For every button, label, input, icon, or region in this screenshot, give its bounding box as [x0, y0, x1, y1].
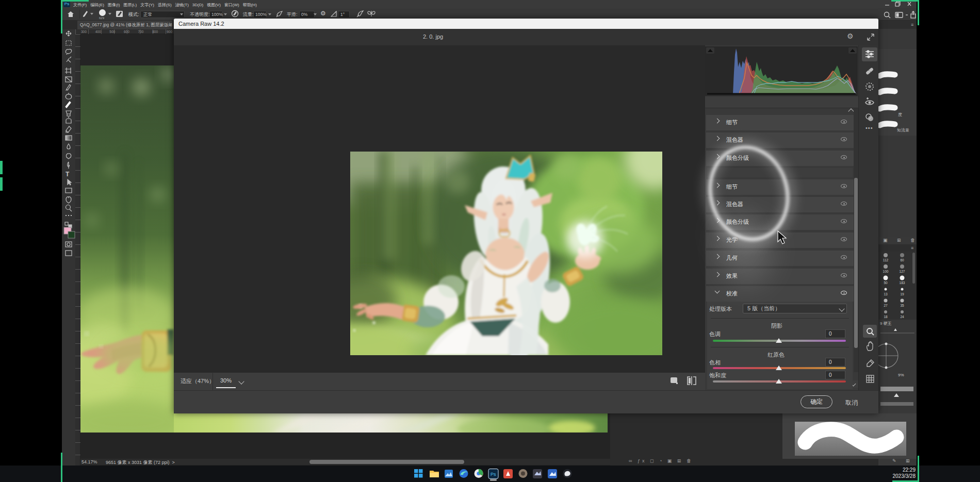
- svg-text:9%: 9%: [898, 373, 904, 377]
- svg-text:60: 60: [900, 258, 904, 262]
- svg-text:Ps: Ps: [491, 472, 496, 477]
- svg-text:112: 112: [883, 258, 889, 262]
- svg-text:知流量: 知流量: [897, 128, 909, 132]
- svg-text:24: 24: [900, 315, 904, 319]
- svg-text:18: 18: [884, 315, 888, 319]
- svg-text:100: 100: [883, 270, 889, 273]
- svg-text:13: 13: [884, 292, 888, 296]
- svg-text:T: T: [66, 171, 70, 178]
- svg-text:35: 35: [900, 304, 904, 307]
- svg-text:183: 183: [900, 281, 905, 285]
- svg-text:27: 27: [884, 304, 888, 307]
- svg-text:127: 127: [900, 270, 905, 273]
- svg-text:度: 度: [898, 112, 902, 117]
- svg-text:19: 19: [900, 292, 904, 296]
- svg-text:50: 50: [884, 281, 888, 285]
